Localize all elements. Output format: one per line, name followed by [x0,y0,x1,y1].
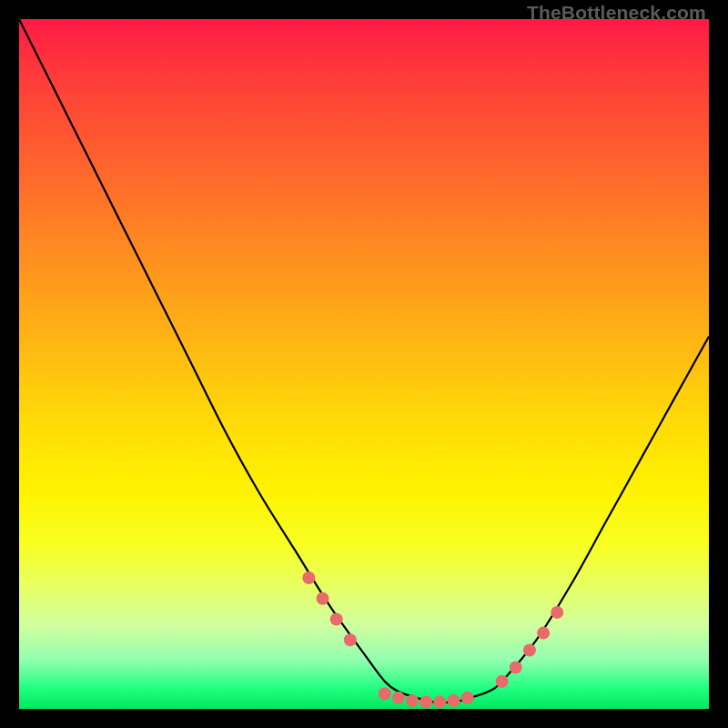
data-marker [496,675,509,688]
data-marker [510,662,522,674]
data-markers [302,571,563,708]
data-marker [433,695,446,708]
data-marker [420,695,432,708]
data-marker [317,592,329,605]
data-marker [551,606,563,619]
data-marker [406,694,419,707]
data-marker [523,644,536,657]
data-marker [302,571,315,584]
plot-area [19,19,709,709]
data-marker [344,633,357,646]
data-marker [392,692,405,704]
data-marker [448,694,460,707]
data-marker [461,692,474,704]
data-marker [379,687,391,700]
chart-container: TheBottleneck.com [0,0,728,728]
data-marker [537,627,550,640]
curve-line [19,19,709,703]
chart-svg [19,19,709,709]
watermark-text: TheBottleneck.com [527,2,706,24]
data-marker [330,612,343,625]
